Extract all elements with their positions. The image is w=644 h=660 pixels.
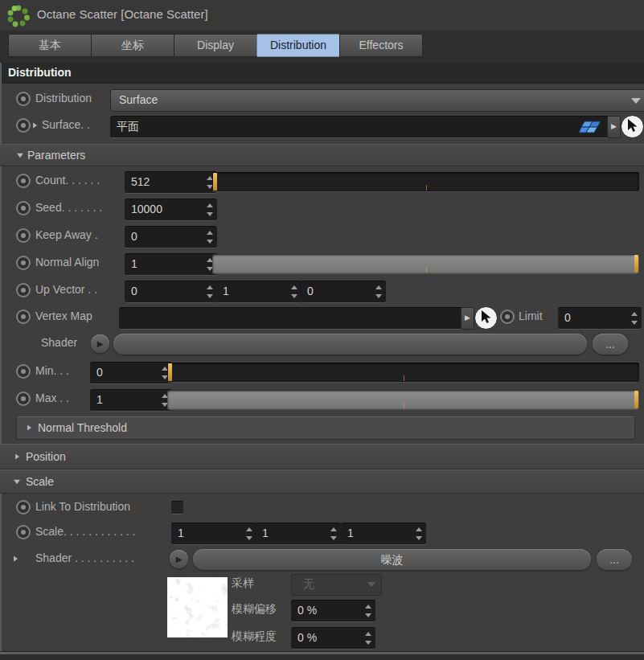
shader-popup-button[interactable]: ▶ bbox=[91, 334, 109, 353]
max-input[interactable]: 1 bbox=[90, 389, 172, 412]
octane-logo-icon bbox=[6, 4, 31, 28]
surface-link-input[interactable]: 平面 bbox=[110, 116, 612, 138]
seed-input[interactable]: 10000 bbox=[125, 199, 217, 221]
blur-offset-label: 模糊偏移 bbox=[232, 602, 277, 617]
scale-x-value: 1 bbox=[178, 527, 184, 539]
normal-threshold-label: Normal Threshold bbox=[38, 421, 127, 434]
param-radio-icon[interactable] bbox=[16, 174, 31, 188]
min-row: Min. . . 0 bbox=[0, 361, 644, 383]
count-row: Count. . . . . . 512 bbox=[0, 170, 644, 193]
scale-y-input[interactable]: 1 bbox=[256, 523, 341, 545]
spinner-icon[interactable] bbox=[630, 308, 639, 329]
distribution-select[interactable]: Surface bbox=[110, 89, 644, 112]
param-radio-icon[interactable] bbox=[16, 201, 31, 215]
shader-distribution-row: Shader ▶ ... bbox=[0, 333, 644, 355]
vertex-map-input[interactable] bbox=[119, 307, 466, 330]
param-radio-icon[interactable] bbox=[16, 283, 31, 297]
blur-offset-input[interactable]: 0 % bbox=[291, 600, 375, 622]
spinner-icon[interactable] bbox=[415, 523, 424, 544]
max-slider[interactable] bbox=[167, 390, 639, 410]
up-vector-y-input[interactable]: 1 bbox=[216, 281, 301, 303]
cursor-arrow-icon bbox=[475, 307, 495, 327]
spinner-icon[interactable] bbox=[364, 601, 373, 621]
shader-slot[interactable] bbox=[113, 334, 587, 355]
min-slider[interactable] bbox=[167, 363, 639, 383]
param-radio-icon[interactable] bbox=[16, 228, 31, 243]
spinner-icon[interactable] bbox=[375, 281, 384, 302]
spinner-icon[interactable] bbox=[206, 227, 215, 248]
scale-z-input[interactable]: 1 bbox=[341, 523, 426, 545]
shader-browse-button[interactable]: ... bbox=[593, 334, 628, 355]
parameters-header[interactable]: Parameters bbox=[0, 144, 644, 166]
keep-away-input[interactable]: 0 bbox=[125, 226, 217, 248]
param-radio-icon[interactable] bbox=[16, 310, 31, 324]
spinner-icon[interactable] bbox=[206, 281, 215, 302]
normal-threshold-header[interactable]: Normal Threshold bbox=[16, 416, 635, 440]
title-bar: Octane Scatter [Octane Scatter] bbox=[0, 0, 644, 31]
tab-basic[interactable]: 基本 bbox=[8, 34, 92, 57]
param-radio-icon[interactable] bbox=[16, 525, 31, 539]
normal-align-slider[interactable] bbox=[212, 254, 639, 274]
tab-display[interactable]: Display bbox=[174, 34, 257, 57]
slider-handle[interactable] bbox=[634, 255, 638, 273]
count-label: Count. . . . . . bbox=[35, 174, 100, 187]
tab-coordinates[interactable]: 坐标 bbox=[91, 34, 174, 57]
up-vector-x-input[interactable]: 0 bbox=[125, 281, 217, 303]
spinner-icon[interactable] bbox=[364, 628, 373, 649]
param-radio-icon[interactable] bbox=[16, 364, 31, 379]
param-radio-icon[interactable] bbox=[16, 256, 31, 270]
shader-label: Shader bbox=[41, 336, 77, 349]
normal-align-value: 1 bbox=[131, 257, 137, 270]
param-radio-icon[interactable] bbox=[16, 92, 31, 106]
min-value: 0 bbox=[96, 366, 103, 379]
count-slider[interactable] bbox=[212, 172, 639, 192]
shader-slot[interactable]: 噪波 bbox=[193, 549, 591, 570]
normal-align-row: Normal Align 1 bbox=[0, 252, 644, 275]
param-radio-icon[interactable] bbox=[16, 391, 31, 406]
scale-row: Scale. . . . . . . . . . . . 1 1 1 bbox=[0, 522, 644, 544]
position-header[interactable]: Position bbox=[0, 444, 644, 469]
max-value: 1 bbox=[96, 393, 103, 406]
scale-x-input[interactable]: 1 bbox=[171, 523, 256, 545]
spinner-icon[interactable] bbox=[245, 523, 254, 544]
min-input[interactable]: 0 bbox=[90, 362, 172, 384]
tab-distribution[interactable]: Distribution bbox=[256, 34, 340, 57]
limit-label: Limit bbox=[519, 310, 543, 322]
shader-browse-button[interactable]: ... bbox=[597, 549, 632, 570]
surface-popup-button[interactable]: ▶ bbox=[607, 116, 621, 138]
tab-effectors[interactable]: Effectors bbox=[339, 34, 423, 57]
slider-handle[interactable] bbox=[168, 363, 172, 381]
up-vector-z-value: 0 bbox=[307, 285, 314, 297]
surface-link-value: 平面 bbox=[117, 120, 139, 133]
link-to-distribution-checkbox[interactable] bbox=[171, 501, 183, 514]
blur-scale-input[interactable]: 0 % bbox=[291, 627, 375, 650]
param-radio-icon[interactable] bbox=[16, 500, 31, 514]
normal-align-label: Normal Align bbox=[35, 256, 99, 269]
normal-align-input[interactable]: 1 bbox=[125, 253, 217, 276]
vertex-map-popup-button[interactable]: ▶ bbox=[461, 307, 474, 330]
param-radio-icon[interactable] bbox=[500, 310, 515, 324]
slider-handle[interactable] bbox=[213, 173, 217, 191]
pick-object-icon[interactable] bbox=[474, 306, 498, 330]
chevron-down-icon bbox=[631, 98, 641, 104]
scale-header[interactable]: Scale bbox=[0, 469, 644, 494]
count-input[interactable]: 512 bbox=[125, 171, 217, 194]
slider-handle[interactable] bbox=[634, 391, 638, 408]
spinner-icon[interactable] bbox=[290, 281, 299, 302]
spinner-icon[interactable] bbox=[206, 199, 215, 220]
spinner-icon[interactable] bbox=[330, 523, 338, 544]
up-vector-row: Up Vector . . 0 1 0 bbox=[0, 280, 644, 302]
pick-object-icon[interactable] bbox=[621, 115, 644, 138]
distribution-selected-value: Surface bbox=[119, 93, 158, 106]
link-to-distribution-row: Link To Distribution bbox=[0, 497, 644, 519]
blur-offset-value: 0 % bbox=[297, 604, 317, 617]
scale-z-value: 1 bbox=[347, 527, 354, 539]
up-vector-x-value: 0 bbox=[131, 285, 137, 297]
shader-scale-label: Shader . . . . . . . . . . bbox=[35, 551, 134, 564]
shader-popup-button[interactable]: ▶ bbox=[170, 550, 188, 568]
up-vector-z-input[interactable]: 0 bbox=[301, 281, 386, 303]
expand-arrow-icon[interactable] bbox=[14, 556, 18, 562]
limit-input[interactable]: 0 bbox=[558, 307, 642, 330]
expand-arrow-icon[interactable] bbox=[33, 123, 37, 129]
param-radio-icon[interactable] bbox=[16, 118, 31, 133]
